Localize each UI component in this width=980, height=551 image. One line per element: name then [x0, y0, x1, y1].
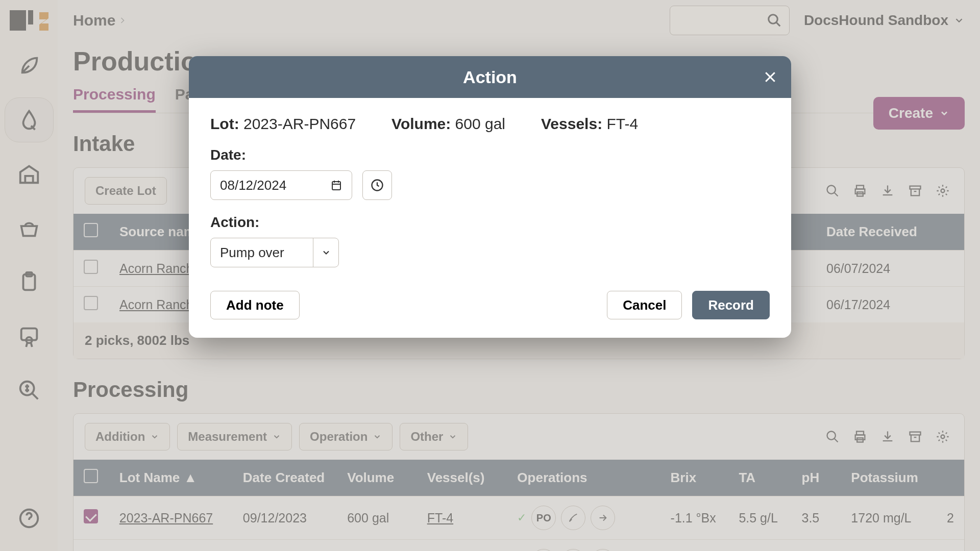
modal-header: Action — [189, 56, 791, 98]
close-icon — [763, 69, 778, 85]
modal-info-row: Lot: 2023-AR-PN667 Volume: 600 gal Vesse… — [210, 115, 770, 133]
lot-value: 2023-AR-PN667 — [243, 115, 356, 132]
date-value: 08/12/2024 — [220, 178, 286, 193]
svg-rect-21 — [332, 182, 340, 190]
action-modal: Action Lot: 2023-AR-PN667 Volume: 600 ga… — [189, 56, 791, 338]
action-select-caret[interactable] — [313, 238, 338, 267]
time-button[interactable] — [362, 170, 392, 200]
modal-overlay[interactable]: Action Lot: 2023-AR-PN667 Volume: 600 ga… — [0, 0, 980, 551]
vessels-value: FT-4 — [606, 115, 638, 132]
action-label: Action: — [210, 214, 770, 231]
volume-value: 600 gal — [455, 115, 505, 132]
volume-label: Volume: — [391, 115, 451, 132]
record-button[interactable]: Record — [692, 291, 770, 319]
cancel-button[interactable]: Cancel — [607, 291, 682, 319]
date-input[interactable]: 08/12/2024 — [210, 170, 352, 200]
action-select[interactable]: Pump over — [210, 238, 339, 267]
add-note-button[interactable]: Add note — [210, 291, 300, 319]
modal-body: Lot: 2023-AR-PN667 Volume: 600 gal Vesse… — [189, 98, 791, 281]
lot-label: Lot: — [210, 115, 239, 132]
calendar-icon — [330, 179, 342, 191]
action-select-value: Pump over — [211, 245, 313, 261]
modal-close-button[interactable] — [761, 67, 780, 87]
chevron-down-icon — [321, 247, 331, 258]
clock-icon — [370, 178, 384, 192]
vessels-label: Vessels: — [541, 115, 602, 132]
date-label: Date: — [210, 147, 770, 163]
modal-footer: Add note Cancel Record — [189, 281, 791, 338]
modal-title: Action — [463, 67, 517, 87]
